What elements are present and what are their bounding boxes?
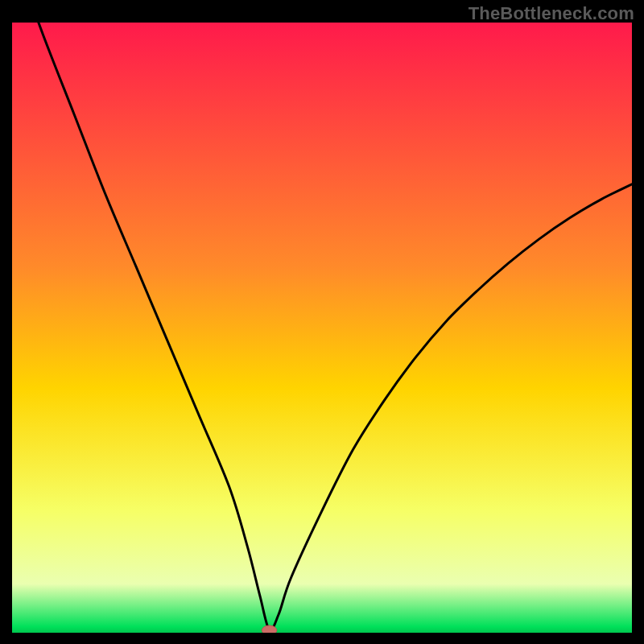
watermark-text: TheBottleneck.com bbox=[469, 3, 634, 24]
plot-svg bbox=[12, 23, 632, 633]
minimum-marker bbox=[262, 625, 276, 633]
chart-frame: TheBottleneck.com bbox=[0, 0, 644, 644]
gradient-rect bbox=[12, 23, 632, 633]
plot-area bbox=[12, 23, 632, 633]
